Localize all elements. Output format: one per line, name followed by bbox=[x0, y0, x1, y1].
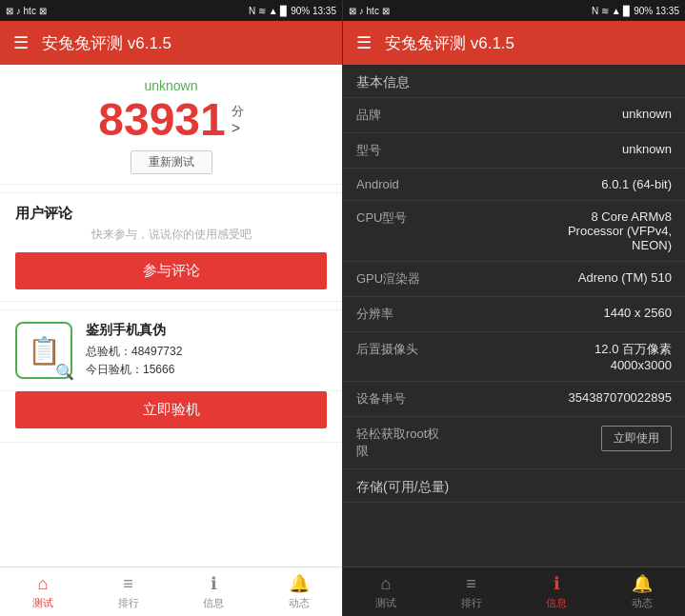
right-nav-info-label: 信息 bbox=[546, 596, 567, 610]
right-info-icon: ℹ bbox=[554, 573, 560, 594]
score-row: 83931 分 > bbox=[15, 97, 327, 143]
retest-button[interactable]: 重新测试 bbox=[131, 150, 212, 174]
left-nav-rank[interactable]: ≡ 排行 bbox=[86, 567, 171, 616]
verify-info: 鉴别手机真伪 总验机：48497732 今日验机：15666 bbox=[86, 322, 327, 379]
score-unit: 分 > bbox=[232, 103, 244, 137]
document-icon: 📋 bbox=[28, 335, 61, 367]
verify-total-value: 48497732 bbox=[131, 345, 182, 358]
left-bottom-nav: ⌂ 测试 ≡ 排行 ℹ 信息 🔔 动态 bbox=[0, 566, 342, 616]
comments-title: 用户评论 bbox=[15, 205, 327, 223]
verify-today: 今日验机：15666 bbox=[86, 361, 327, 379]
right-hamburger-icon[interactable]: ☰ bbox=[356, 32, 372, 53]
status-left-icons: ⊠ ♪ htc ⊠ bbox=[6, 6, 47, 16]
resolution-value: 1440 x 2560 bbox=[452, 306, 672, 320]
left-status-bar: ⊠ ♪ htc ⊠ N ≋ ▲ ▉ 90% 13:35 bbox=[0, 0, 342, 21]
score-section: unknown 83931 分 > 重新测试 bbox=[0, 65, 342, 185]
info-row-serial: 设备串号 354387070022895 bbox=[343, 382, 685, 417]
gpu-value: Adreno (TM) 510 bbox=[452, 270, 672, 285]
right-home-icon: ⌂ bbox=[380, 574, 391, 594]
right-nav-info[interactable]: ℹ 信息 bbox=[514, 567, 600, 616]
device-name-label: unknown bbox=[15, 78, 327, 93]
left-panel: ⊠ ♪ htc ⊠ N ≋ ▲ ▉ 90% 13:35 ☰ 安兔兔评测 v6.1… bbox=[0, 0, 343, 616]
right-system-icons: N ≋ ▲ ▉ 90% 13:35 bbox=[592, 6, 679, 16]
brand-label: 品牌 bbox=[356, 107, 452, 124]
serial-value: 354387070022895 bbox=[452, 390, 672, 405]
right-status-right: N ≋ ▲ ▉ 90% 13:35 bbox=[592, 6, 679, 16]
right-content: 基本信息 品牌 unknown 型号 unknown Android 6.0.1… bbox=[343, 65, 685, 566]
verify-today-value: 15666 bbox=[143, 363, 174, 376]
android-label: Android bbox=[356, 177, 452, 191]
bell-icon: 🔔 bbox=[289, 573, 310, 594]
magnify-icon: 🔍 bbox=[55, 363, 74, 381]
right-notification-icons: ⊠ ♪ htc ⊠ bbox=[349, 6, 390, 16]
right-bell-icon: 🔔 bbox=[632, 573, 653, 594]
storage-title: 存储(可用/总量) bbox=[343, 469, 685, 503]
right-list-icon: ≡ bbox=[466, 574, 476, 594]
left-header: ☰ 安兔兔评测 v6.1.5 bbox=[0, 21, 342, 65]
score-fen: 分 bbox=[232, 103, 244, 120]
basic-info-title: 基本信息 bbox=[343, 65, 685, 98]
verify-button[interactable]: 立即验机 bbox=[15, 391, 327, 428]
info-row-resolution: 分辨率 1440 x 2560 bbox=[343, 297, 685, 332]
verify-icon-wrap: 📋 🔍 bbox=[15, 322, 72, 379]
info-row-brand: 品牌 unknown bbox=[343, 98, 685, 133]
right-nav-test-label: 测试 bbox=[375, 596, 396, 610]
comments-subtitle: 快来参与，说说你的使用感受吧 bbox=[15, 227, 327, 243]
right-nav-rank[interactable]: ≡ 排行 bbox=[429, 567, 514, 616]
right-nav-rank-label: 排行 bbox=[461, 596, 482, 610]
verify-total: 总验机：48497732 bbox=[86, 343, 327, 361]
root-label: 轻松获取root权限 bbox=[356, 426, 452, 460]
camera-label: 后置摄像头 bbox=[356, 341, 452, 358]
right-panel: ⊠ ♪ htc ⊠ N ≋ ▲ ▉ 90% 13:35 ☰ 安兔兔评测 v6.1… bbox=[343, 0, 685, 616]
left-nav-dynamic[interactable]: 🔔 动态 bbox=[256, 567, 342, 616]
brand-value: unknown bbox=[452, 107, 672, 121]
score-arrow: > bbox=[232, 120, 240, 137]
verify-total-label: 总验机： bbox=[86, 345, 131, 358]
resolution-label: 分辨率 bbox=[356, 306, 452, 323]
model-label: 型号 bbox=[356, 142, 452, 159]
nav-test-label: 测试 bbox=[32, 596, 53, 610]
nav-rank-label: 排行 bbox=[118, 596, 139, 610]
participate-button[interactable]: 参与评论 bbox=[15, 252, 327, 289]
verify-title: 鉴别手机真伪 bbox=[86, 322, 327, 339]
verify-section: 📋 🔍 鉴别手机真伪 总验机：48497732 今日验机：15666 bbox=[0, 309, 342, 391]
right-app-title: 安兔兔评测 v6.1.5 bbox=[385, 32, 514, 54]
info-row-android: Android 6.0.1 (64-bit) bbox=[343, 169, 685, 201]
root-use-button[interactable]: 立即使用 bbox=[601, 426, 672, 451]
cpu-value: 8 Core ARMv8 Processor (VFPv4, NEON) bbox=[452, 209, 672, 252]
left-app-title: 安兔兔评测 v6.1.5 bbox=[42, 32, 171, 54]
right-nav-dynamic[interactable]: 🔔 动态 bbox=[599, 567, 685, 616]
left-nav-info[interactable]: ℹ 信息 bbox=[171, 567, 257, 616]
info-row-model: 型号 unknown bbox=[343, 133, 685, 169]
info-icon: ℹ bbox=[211, 573, 217, 594]
system-icons: N ≋ ▲ ▉ 90% 13:35 bbox=[249, 6, 336, 16]
comments-section: 用户评论 快来参与，说说你的使用感受吧 参与评论 bbox=[0, 192, 342, 302]
score-number: 83931 bbox=[98, 97, 225, 143]
right-header: ☰ 安兔兔评测 v6.1.5 bbox=[343, 21, 685, 65]
home-icon: ⌂ bbox=[37, 574, 48, 594]
right-nav-dynamic-label: 动态 bbox=[632, 596, 653, 610]
info-row-cpu: CPU型号 8 Core ARMv8 Processor (VFPv4, NEO… bbox=[343, 201, 685, 262]
info-row-root: 轻松获取root权限 立即使用 bbox=[343, 417, 685, 469]
right-status-left: ⊠ ♪ htc ⊠ bbox=[349, 6, 390, 16]
left-nav-test[interactable]: ⌂ 测试 bbox=[0, 567, 86, 616]
cpu-label: CPU型号 bbox=[356, 209, 452, 227]
verify-btn-wrap: 立即验机 bbox=[0, 391, 342, 443]
info-row-gpu: GPU渲染器 Adreno (TM) 510 bbox=[343, 262, 685, 297]
hamburger-icon[interactable]: ☰ bbox=[13, 32, 29, 53]
list-icon: ≡ bbox=[123, 574, 133, 594]
model-value: unknown bbox=[452, 142, 672, 156]
gpu-label: GPU渲染器 bbox=[356, 270, 452, 288]
verify-today-label: 今日验机： bbox=[86, 363, 143, 376]
status-right-icons: N ≋ ▲ ▉ 90% 13:35 bbox=[249, 6, 336, 16]
left-content: unknown 83931 分 > 重新测试 用户评论 快来参与，说说你的使用感… bbox=[0, 65, 342, 566]
serial-label: 设备串号 bbox=[356, 390, 452, 407]
android-value: 6.0.1 (64-bit) bbox=[452, 177, 672, 191]
camera-value: 12.0 百万像素 4000x3000 bbox=[452, 341, 672, 372]
root-value: 立即使用 bbox=[452, 426, 672, 451]
nav-info-label: 信息 bbox=[203, 596, 224, 610]
right-nav-test[interactable]: ⌂ 测试 bbox=[343, 567, 429, 616]
right-status-bar: ⊠ ♪ htc ⊠ N ≋ ▲ ▉ 90% 13:35 bbox=[343, 0, 685, 21]
notification-icons: ⊠ ♪ htc ⊠ bbox=[6, 6, 47, 16]
right-bottom-nav: ⌂ 测试 ≡ 排行 ℹ 信息 🔔 动态 bbox=[343, 566, 685, 616]
